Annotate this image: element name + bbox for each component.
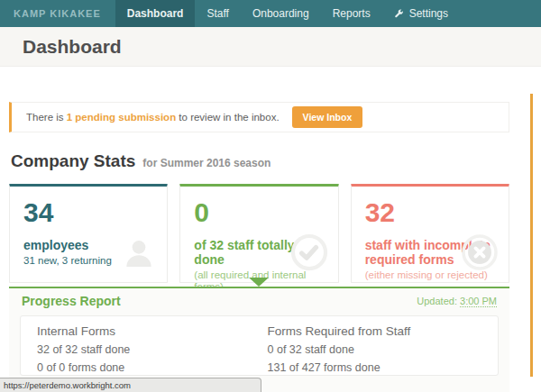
nav-item-staff[interactable]: Staff (195, 0, 240, 27)
company-stats-title: Company Stats (11, 151, 135, 171)
nav-item-dashboard[interactable]: Dashboard (115, 0, 196, 27)
progress-report-section: Progress Report Updated: 3:00 PM Interna… (9, 287, 509, 392)
browser-status-bar: https://peterdemo.workbright.com (0, 378, 261, 392)
stat-value: 0 (194, 198, 324, 227)
internal-forms-column: Internal Forms 32 of 32 staff done 0 of … (37, 324, 268, 375)
page-header: Dashboard (0, 27, 541, 67)
nav-item-label: Reports (333, 0, 371, 27)
stat-value: 32 (365, 198, 495, 227)
nav-item-label: Settings (409, 0, 448, 27)
pending-submission-alert: There is 1 pending submission to review … (9, 102, 509, 132)
alert-text: There is 1 pending submission to review … (26, 112, 280, 123)
progress-report-title: Progress Report (22, 294, 121, 308)
selected-card-pointer-icon (249, 278, 269, 287)
view-inbox-button[interactable]: View Inbox (292, 106, 363, 128)
updated-timestamp: Updated: 3:00 PM (417, 296, 497, 306)
internal-forms-title: Internal Forms (37, 324, 268, 338)
page-title: Dashboard (23, 36, 122, 58)
check-circle-icon (290, 233, 328, 275)
top-nav: KAMP KIKAKEE Dashboard Staff Onboarding … (0, 0, 541, 27)
company-stats-header: Company Stats for Summer 2016 season (11, 151, 541, 171)
wrench-icon (394, 9, 404, 19)
internal-forms-staff-done: 32 of 32 staff done (37, 343, 268, 356)
nav-item-label: Onboarding (252, 0, 309, 27)
nav-item-onboarding[interactable]: Onboarding (241, 0, 321, 27)
required-forms-column: Forms Required from Staff 0 of 32 staff … (268, 324, 499, 375)
stat-card-employees[interactable]: 34 employees 31 new, 3 returning (9, 184, 168, 283)
stat-cards-row: 34 employees 31 new, 3 returning 0 of 32… (9, 184, 509, 283)
required-forms-title: Forms Required from Staff (268, 324, 499, 338)
alert-highlight: 1 pending submission (67, 112, 176, 123)
season-subtitle: for Summer 2016 season (142, 157, 270, 169)
nav-item-settings[interactable]: Settings (382, 0, 460, 27)
nav-item-label: Staff (206, 0, 228, 27)
forms-summary-card: Internal Forms 32 of 32 staff done 0 of … (20, 315, 499, 376)
nav-item-reports[interactable]: Reports (321, 0, 382, 27)
stat-value: 34 (23, 198, 153, 227)
person-icon (121, 235, 157, 275)
main-content: There is 1 pending submission to review … (0, 102, 541, 392)
orange-vertical-rule (530, 94, 533, 377)
updated-time[interactable]: 3:00 PM (460, 296, 497, 307)
stat-card-incomplete-forms[interactable]: 32 staff with incomplete required forms … (351, 184, 509, 283)
internal-forms-forms-done: 0 of 0 forms done (37, 361, 268, 374)
progress-report-header: Progress Report Updated: 3:00 PM (9, 288, 509, 314)
brand-logo[interactable]: KAMP KIKAKEE (0, 0, 115, 27)
required-forms-forms-done: 131 of 427 forms done (268, 361, 499, 374)
required-forms-staff-done: 0 of 32 staff done (268, 343, 499, 356)
x-circle-icon (461, 233, 499, 275)
stat-card-staff-done[interactable]: 0 of 32 staff totally done (all required… (179, 184, 338, 283)
nav-item-label: Dashboard (127, 0, 184, 27)
